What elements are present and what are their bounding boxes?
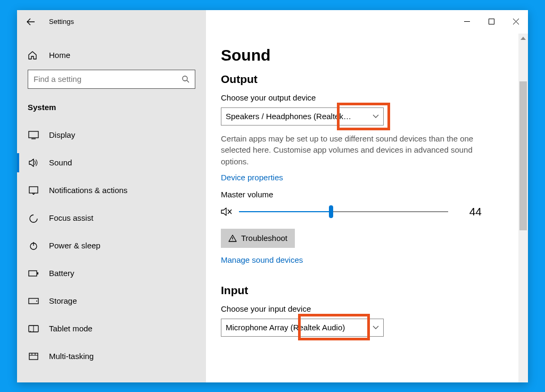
storage-icon [28, 298, 39, 304]
output-device-dropdown[interactable]: Speakers / Headphones (Realtek… [221, 107, 384, 126]
output-device-label: Choose your output device [221, 93, 502, 102]
power-icon [28, 241, 39, 251]
home-icon [28, 51, 39, 60]
sidebar-item-focus-assist[interactable]: Focus assist [17, 204, 206, 232]
sidebar-item-display[interactable]: Display [17, 121, 206, 149]
volume-value: 44 [469, 205, 482, 218]
sidebar-item-label: Storage [49, 296, 77, 305]
minimize-button[interactable] [455, 10, 479, 34]
page-title: Sound [221, 46, 502, 64]
troubleshoot-label: Troubleshoot [241, 233, 287, 243]
sidebar-nav: Display Sound Notifications & actions Fo… [17, 121, 206, 370]
close-icon [513, 19, 519, 24]
multitasking-icon [28, 353, 39, 360]
home-button[interactable]: Home [17, 44, 206, 66]
sidebar-item-sound[interactable]: Sound [17, 149, 206, 177]
search-input[interactable] [28, 70, 195, 89]
output-device-value: Speakers / Headphones (Realtek… [226, 112, 351, 121]
window-title: Settings [49, 18, 74, 26]
sidebar-item-label: Sound [49, 158, 72, 167]
sidebar-category: System [17, 98, 206, 121]
mute-icon[interactable] [221, 207, 234, 216]
focus-assist-icon [28, 213, 39, 223]
display-icon [28, 131, 39, 139]
troubleshoot-button[interactable]: Troubleshoot [221, 229, 295, 248]
sidebar-item-label: Display [49, 130, 75, 139]
svg-rect-6 [37, 272, 38, 274]
sidebar-item-label: Power & sleep [49, 241, 101, 250]
input-device-dropdown[interactable]: Microphone Array (Realtek Audio) [221, 319, 384, 337]
output-heading: Output [221, 73, 502, 86]
sidebar-item-label: Notifications & actions [49, 186, 128, 195]
sidebar-item-multitasking[interactable]: Multi-tasking [17, 343, 206, 370]
sidebar-item-tablet-mode[interactable]: Tablet mode [17, 315, 206, 343]
master-volume-label: Master volume [221, 190, 502, 199]
chevron-down-icon [373, 326, 379, 330]
back-button[interactable] [26, 16, 36, 27]
svg-rect-2 [29, 131, 38, 138]
manage-devices-link[interactable]: Manage sound devices [221, 255, 303, 264]
home-label: Home [49, 51, 70, 60]
scroll-up-icon[interactable] [518, 34, 528, 43]
sidebar: Home System Display Sound [17, 34, 206, 382]
volume-slider-thumb[interactable] [329, 205, 333, 218]
close-button[interactable] [503, 10, 528, 34]
main-content: Sound Output Choose your output device S… [206, 34, 528, 382]
sound-icon [28, 159, 39, 167]
titlebar: Settings [17, 10, 528, 34]
maximize-icon [489, 19, 494, 24]
sidebar-item-storage[interactable]: Storage [17, 287, 206, 315]
input-device-value: Microphone Array (Realtek Audio) [226, 323, 345, 332]
scrollbar-thumb[interactable] [519, 81, 527, 230]
sidebar-item-battery[interactable]: Battery [17, 260, 206, 287]
svg-rect-0 [489, 19, 494, 24]
volume-slider[interactable] [239, 211, 448, 212]
minimize-icon [464, 19, 470, 24]
sidebar-item-power-sleep[interactable]: Power & sleep [17, 232, 206, 260]
search-container [28, 70, 195, 89]
notifications-icon [28, 186, 39, 195]
tablet-icon [28, 325, 39, 332]
arrow-left-icon [27, 18, 35, 26]
scrollbar[interactable] [518, 34, 528, 382]
sidebar-item-label: Tablet mode [49, 324, 93, 333]
sidebar-item-label: Battery [49, 269, 75, 278]
svg-rect-10 [29, 353, 38, 360]
svg-point-8 [36, 301, 37, 302]
sidebar-item-label: Multi-tasking [49, 352, 94, 361]
maximize-button[interactable] [479, 10, 503, 34]
sidebar-item-notifications[interactable]: Notifications & actions [17, 177, 206, 204]
warning-icon [228, 235, 237, 242]
svg-rect-5 [29, 271, 37, 276]
device-properties-link[interactable]: Device properties [221, 173, 283, 182]
sidebar-item-label: Focus assist [49, 213, 93, 222]
battery-icon [28, 270, 39, 277]
input-device-label: Choose your input device [221, 304, 502, 313]
svg-rect-3 [29, 187, 38, 193]
input-heading: Input [221, 284, 502, 297]
settings-window: Settings Home [17, 10, 528, 382]
output-hint: Certain apps may be set up to use differ… [221, 133, 491, 168]
chevron-down-icon [373, 114, 379, 119]
